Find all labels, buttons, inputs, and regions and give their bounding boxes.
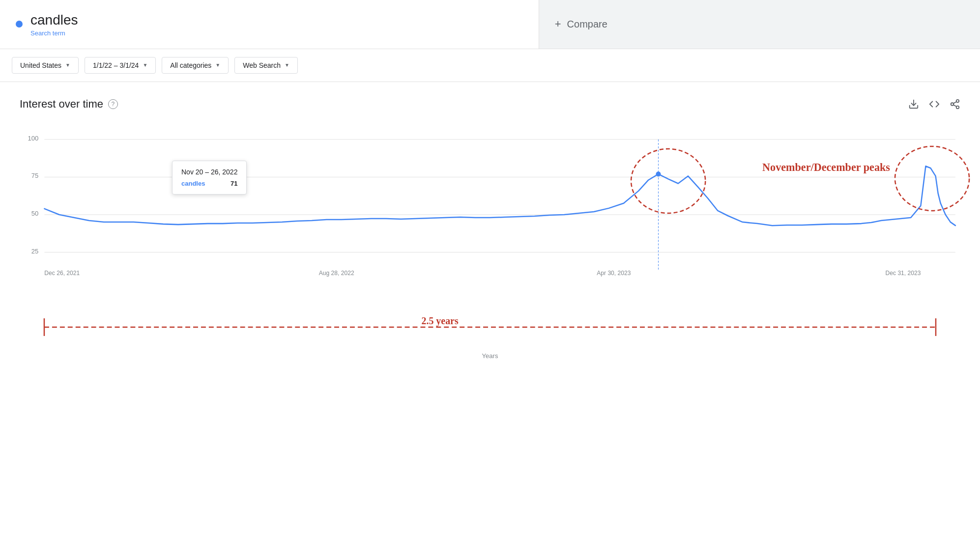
svg-line-5 (953, 102, 956, 104)
peaks-annotation-text: November/December peaks (762, 161, 890, 173)
search-term-text-block: candles Search term (30, 12, 78, 37)
search-term-name: candles (30, 12, 78, 28)
date-range-filter[interactable]: 1/1/22 – 3/1/24 ▼ (85, 57, 156, 74)
chart-actions (908, 99, 960, 110)
search-term-dot (16, 21, 23, 28)
years-annotation-svg: 2.5 years (39, 313, 941, 348)
chart-area: 100 75 50 25 Dec 26, 2021 Aug 28, 2022 (20, 122, 960, 362)
compare-plus-icon: + (555, 18, 561, 30)
years-label-text: 2.5 years (421, 315, 458, 327)
y-label-50: 50 (31, 210, 39, 217)
download-button[interactable] (908, 99, 919, 110)
x-axis-unit-label: Years (482, 352, 498, 360)
x-label-dec2023: Dec 31, 2023 (886, 269, 921, 276)
date-range-dropdown-arrow: ▼ (143, 62, 147, 68)
search-type-label: Web Search (243, 61, 281, 69)
search-term-label: Search term (30, 29, 78, 37)
years-label-row: Years (20, 349, 960, 362)
chart-svg-container: 100 75 50 25 Dec 26, 2021 Aug 28, 2022 (20, 122, 960, 310)
date-range-label: 1/1/22 – 3/1/24 (93, 61, 139, 69)
trend-line (44, 166, 955, 225)
chart-title: Interest over time (20, 98, 103, 111)
x-label-dec2021: Dec 26, 2021 (44, 269, 80, 276)
compare-button[interactable]: + Compare (539, 0, 980, 49)
y-label-75: 75 (31, 172, 39, 179)
categories-label: All categories (170, 61, 211, 69)
categories-dropdown-arrow: ▼ (215, 62, 220, 68)
region-filter[interactable]: United States ▼ (12, 57, 79, 74)
header-section: candles Search term + Compare (0, 0, 980, 49)
svg-line-4 (953, 105, 956, 107)
region-label: United States (20, 61, 61, 69)
share-button[interactable] (950, 99, 960, 110)
y-label-25: 25 (31, 247, 39, 254)
region-dropdown-arrow: ▼ (65, 62, 70, 68)
compare-label: Compare (567, 19, 607, 30)
embed-button[interactable] (929, 99, 940, 110)
help-icon[interactable]: ? (108, 99, 118, 109)
search-term-card: candles Search term (0, 0, 539, 49)
y-label-100: 100 (28, 134, 38, 141)
chart-header: Interest over time ? (20, 98, 960, 111)
filters-section: United States ▼ 1/1/22 – 3/1/24 ▼ All ca… (0, 49, 980, 82)
interest-over-time-chart: 100 75 50 25 Dec 26, 2021 Aug 28, 2022 (20, 122, 960, 309)
chart-section: Interest over time ? (0, 82, 980, 371)
first-peak-circle (631, 149, 705, 213)
categories-filter[interactable]: All categories ▼ (162, 57, 229, 74)
x-label-apr2023: Apr 30, 2023 (597, 269, 631, 276)
second-peak-circle (895, 146, 969, 211)
chart-title-row: Interest over time ? (20, 98, 118, 111)
years-annotation-container: 2.5 years (39, 313, 941, 349)
search-type-dropdown-arrow: ▼ (285, 62, 289, 68)
search-type-filter[interactable]: Web Search ▼ (234, 57, 298, 74)
x-label-aug2022: Aug 28, 2022 (319, 269, 354, 276)
